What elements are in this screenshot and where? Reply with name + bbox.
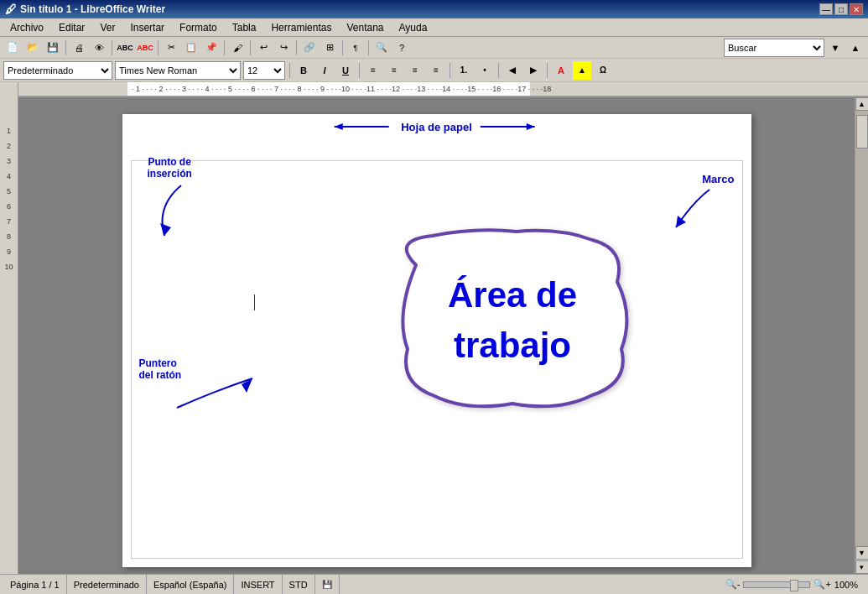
cut-button[interactable]: ✂: [162, 39, 180, 57]
style-select[interactable]: Predeterminado: [3, 61, 112, 80]
title-bar-controls[interactable]: — □ ✕: [819, 3, 863, 15]
menu-insertar[interactable]: Insertar: [123, 20, 171, 35]
scroll-down-button[interactable]: ▼: [855, 546, 869, 560]
hyperlink-button[interactable]: 🔗: [300, 39, 319, 57]
size-select[interactable]: 12: [243, 61, 285, 80]
menu-archivo[interactable]: Archivo: [3, 20, 50, 35]
close-button[interactable]: ✕: [850, 3, 863, 15]
formatting-toolbar: Predeterminado Times New Roman 12 B I U …: [0, 59, 868, 82]
minimize-button[interactable]: —: [819, 3, 833, 15]
hoja-papel-annotation: Hoja de papel: [330, 118, 543, 135]
search-input[interactable]: Buscar: [724, 39, 824, 57]
underline-button[interactable]: U: [336, 61, 355, 80]
italic-button[interactable]: I: [315, 61, 334, 80]
scroll-track[interactable]: [855, 111, 869, 546]
separator8: [368, 40, 369, 55]
menu-ver[interactable]: Ver: [93, 20, 122, 35]
separator: [65, 40, 66, 55]
indent-less-button[interactable]: ◀: [503, 61, 522, 80]
main-area: 1 2 3 4 5 6 7 8 9 10 |: [0, 97, 868, 574]
menu-bar: Archivo Editar Ver Insertar Formato Tabl…: [0, 18, 868, 37]
std-mode-indicator[interactable]: STD: [283, 575, 315, 594]
document-page: | Área de trabajo Hoja de papel: [122, 114, 751, 567]
svg-marker-9: [676, 216, 686, 227]
svg-text:trabajo: trabajo: [453, 326, 570, 365]
bold-button[interactable]: B: [294, 61, 313, 80]
align-right-button[interactable]: ≡: [406, 61, 424, 80]
scroll-page-down-button[interactable]: ▾: [855, 560, 869, 574]
bullets-button[interactable]: •: [476, 61, 494, 80]
punto-insercion-label: Punto deinserción: [148, 156, 192, 180]
format-paint-button[interactable]: 🖌: [228, 39, 247, 57]
undo-button[interactable]: ↩: [254, 39, 273, 57]
menu-herramientas[interactable]: Herramientas: [264, 20, 338, 35]
punto-insercion-annotation: Punto deinserción: [148, 156, 192, 180]
insert-mode-indicator[interactable]: INSERT: [234, 575, 282, 594]
puntero-raton-annotation: Punterodel ratón: [139, 357, 182, 381]
menu-formato[interactable]: Formato: [173, 20, 224, 35]
arrow-left-icon: [330, 118, 397, 135]
status-bar: Página 1 / 1 Predeterminado Español (Esp…: [0, 574, 868, 594]
justify-button[interactable]: ≡: [427, 61, 445, 80]
zoom-level: 100%: [834, 580, 858, 590]
open-button[interactable]: 📂: [23, 39, 42, 57]
style-indicator: Predeterminado: [67, 575, 147, 594]
zoom-out-button[interactable]: 🔍-: [725, 579, 741, 590]
numbering-button[interactable]: 1.: [455, 61, 473, 80]
punto-insercion-arrow: [139, 181, 223, 248]
new-button[interactable]: 📄: [3, 39, 22, 57]
help-button[interactable]: ?: [392, 39, 411, 57]
spell-button[interactable]: ABC: [116, 39, 134, 57]
nonprint-button[interactable]: ¶: [346, 39, 365, 57]
svg-text:Área de: Área de: [447, 275, 576, 315]
svg-marker-5: [334, 123, 342, 130]
separator3: [158, 40, 159, 55]
separator5: [250, 40, 251, 55]
separator4: [224, 40, 225, 55]
vertical-ruler: 1 2 3 4 5 6 7 8 9 10: [0, 97, 18, 574]
zoom-button[interactable]: 🔍: [372, 39, 391, 57]
separator7: [342, 40, 343, 55]
table-button[interactable]: ⊞: [320, 39, 339, 57]
font-color-button[interactable]: A: [552, 61, 570, 80]
menu-ayuda[interactable]: Ayuda: [392, 20, 434, 35]
menu-editar[interactable]: Editar: [52, 20, 91, 35]
font-select[interactable]: Times New Roman: [115, 61, 241, 80]
spell2-button[interactable]: ABC: [136, 39, 154, 57]
app-icon: 🖊: [5, 3, 17, 16]
title-bar: 🖊 Sin título 1 - LibreOffice Writer — □ …: [0, 0, 868, 18]
align-left-button[interactable]: ≡: [364, 61, 382, 80]
save-button[interactable]: 💾: [44, 39, 62, 57]
scroll-up-button[interactable]: ▲: [855, 97, 869, 111]
separator5: [547, 63, 548, 78]
marco-label: Marco: [702, 173, 734, 185]
highlight-button[interactable]: ▲: [573, 61, 591, 80]
scroll-thumb[interactable]: [856, 115, 868, 148]
title-bar-left: 🖊 Sin título 1 - LibreOffice Writer: [5, 3, 165, 16]
menu-ventana[interactable]: Ventana: [340, 20, 390, 35]
page-indicator: Página 1 / 1: [3, 575, 67, 594]
vertical-scrollbar[interactable]: ▲ ▼ ▾: [855, 97, 868, 574]
copy-button[interactable]: 📋: [182, 39, 200, 57]
redo-button[interactable]: ↪: [274, 39, 293, 57]
text-cursor: |: [253, 291, 257, 310]
language-indicator: Español (España): [147, 575, 234, 594]
svg-marker-7: [527, 123, 535, 130]
print-button[interactable]: 🖨: [70, 39, 88, 57]
zoom-in-button[interactable]: 🔍+: [813, 579, 830, 590]
search-next-button[interactable]: ▼: [826, 39, 845, 57]
zoom-slider[interactable]: [743, 581, 810, 588]
maximize-button[interactable]: □: [834, 3, 848, 15]
char-button[interactable]: Ω: [594, 61, 612, 80]
separator4: [498, 63, 499, 78]
align-center-button[interactable]: ≡: [385, 61, 403, 80]
document-area[interactable]: | Área de trabajo Hoja de papel: [18, 97, 855, 574]
ruler-corner: [0, 82, 18, 97]
indent-more-button[interactable]: ▶: [524, 61, 543, 80]
search-prev-button[interactable]: ▲: [846, 39, 865, 57]
arrow-right-icon: [476, 118, 543, 135]
paste-button[interactable]: 📌: [202, 39, 221, 57]
separator3: [450, 63, 450, 78]
menu-tabla[interactable]: Tabla: [226, 20, 263, 35]
preview-button[interactable]: 👁: [90, 39, 108, 57]
